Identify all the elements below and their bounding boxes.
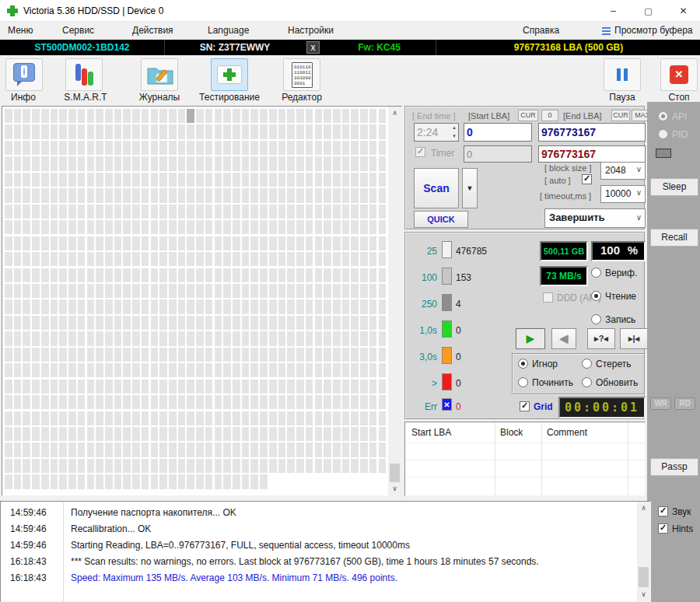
scan-block [59,173,67,187]
column-header-block[interactable]: Block [500,427,523,438]
scan-block [159,205,167,219]
action-refresh-radio[interactable] [582,377,592,387]
action-ignore-radio[interactable] [518,359,528,369]
scroll-down-icon[interactable]: ∨ [637,588,650,601]
scan-block [51,443,58,457]
menu-settings[interactable]: Настройки [288,25,334,36]
end-lba-cur-button[interactable]: CUR [611,110,630,121]
scan-block [233,109,240,123]
mode-write-radio[interactable] [591,314,601,324]
menu-service[interactable]: Сервис [62,25,94,36]
scan-block [5,124,12,138]
timeout-combo[interactable]: 10000∨ [600,185,646,203]
sleep-button[interactable]: Sleep [650,178,698,196]
scan-block [369,173,377,187]
scan-block [205,268,213,282]
menu-main[interactable]: Меню [8,25,33,36]
spinner-up-icon[interactable]: ▲▼ [452,124,457,141]
start-lba-input[interactable] [464,123,532,142]
pio-radio[interactable] [658,129,668,139]
scan-block [78,459,86,473]
stop-button[interactable]: ✕ [660,58,698,91]
scan-backward-button[interactable]: ◀ [551,328,576,349]
scan-block [41,395,49,409]
scan-block [105,220,113,234]
minimize-button[interactable]: – [596,0,631,22]
testing-button[interactable] [211,58,248,91]
scan-block [178,363,186,377]
start-lba-cur-button[interactable]: CUR [518,110,538,121]
menu-buffer-view[interactable]: Просмотр буфера [614,25,693,36]
end-time-label: [ End time ] [412,111,456,121]
grid-scrollbar[interactable]: ∧ ∨ [388,107,401,495]
scan-forward-button[interactable]: ▶ [516,328,545,349]
timer-input[interactable] [464,145,532,163]
scan-block [132,124,140,138]
close-button[interactable]: ✕ [666,0,700,22]
wr-button[interactable]: WR [650,397,671,410]
quick-button[interactable]: QUICK [414,211,468,228]
ddd-checkbox[interactable] [543,292,553,303]
scan-block [306,205,313,219]
editor-button[interactable]: 010110 110011 101000 0001 [283,58,320,91]
log-scrollbar-thumb[interactable] [639,567,649,587]
grid-checkbox[interactable] [520,401,530,411]
menu-help[interactable]: Справка [523,25,559,36]
maximize-button[interactable]: ▢ [631,0,666,22]
scan-block [360,220,368,234]
rd-button[interactable]: RD [674,397,695,410]
timer-checkbox[interactable] [415,147,425,157]
mode-read-radio[interactable] [591,291,601,301]
scan-block [105,173,113,187]
hints-checkbox[interactable] [658,523,668,534]
scan-button[interactable]: Scan [414,168,459,208]
grid-scrollbar-thumb[interactable] [390,464,400,482]
scan-block [123,236,131,250]
recall-button[interactable]: Recall [650,229,698,247]
mode-verify-radio[interactable] [591,268,601,278]
column-header-start-lba[interactable]: Start LBA [411,427,451,438]
menu-language[interactable]: Language [208,25,249,36]
log-scrollbar[interactable]: ∧ ∨ [637,502,650,601]
scan-block [51,188,58,202]
menu-actions[interactable]: Действия [132,25,173,36]
start-lba-zero-button[interactable]: 0 [541,110,558,121]
action-ignore-label: Игнор [532,359,558,369]
device-deselect-button[interactable]: x [306,41,320,54]
logs-button[interactable] [141,58,178,91]
scan-block [369,220,377,234]
sound-checkbox[interactable] [658,506,668,516]
passp-button[interactable]: Passp [650,458,698,476]
action-erase-radio[interactable] [582,359,592,369]
scan-block [41,299,49,313]
jump-to-position-button[interactable]: ▸|◂ [620,328,648,349]
end-lba-current-field[interactable] [538,145,646,163]
api-radio[interactable] [658,111,668,121]
scroll-up-icon[interactable]: ∧ [388,107,401,120]
info-label: Инфо [11,92,36,103]
end-lba-input[interactable] [538,123,646,142]
auto-checkbox[interactable] [582,174,592,184]
jump-to-defect-button[interactable]: ▸?◂ [587,328,615,349]
scan-block [269,380,277,394]
smart-button[interactable] [65,58,103,91]
action-remap-radio[interactable] [518,377,528,387]
scan-block [187,443,194,457]
scan-block [315,124,323,138]
scan-block [196,109,204,123]
pause-button[interactable] [604,58,641,91]
scan-block [223,316,231,330]
scan-block [187,427,194,441]
scan-block [123,474,131,488]
on-end-action-combo[interactable]: Завершить∨ [544,208,646,228]
scroll-up-icon[interactable]: ∧ [637,502,650,515]
block-size-combo[interactable]: 2048∨ [600,162,646,180]
scan-dropdown-button[interactable]: ▼ [462,168,478,208]
scroll-down-icon[interactable]: ∨ [388,482,401,495]
scan-block [333,236,341,250]
info-button[interactable]: i [5,58,43,91]
end-time-spinner[interactable]: 2:24 ▲▼ [414,123,459,142]
column-header-comment[interactable]: Comment [547,427,587,438]
scan-block [260,363,268,377]
scan-block [187,141,194,155]
